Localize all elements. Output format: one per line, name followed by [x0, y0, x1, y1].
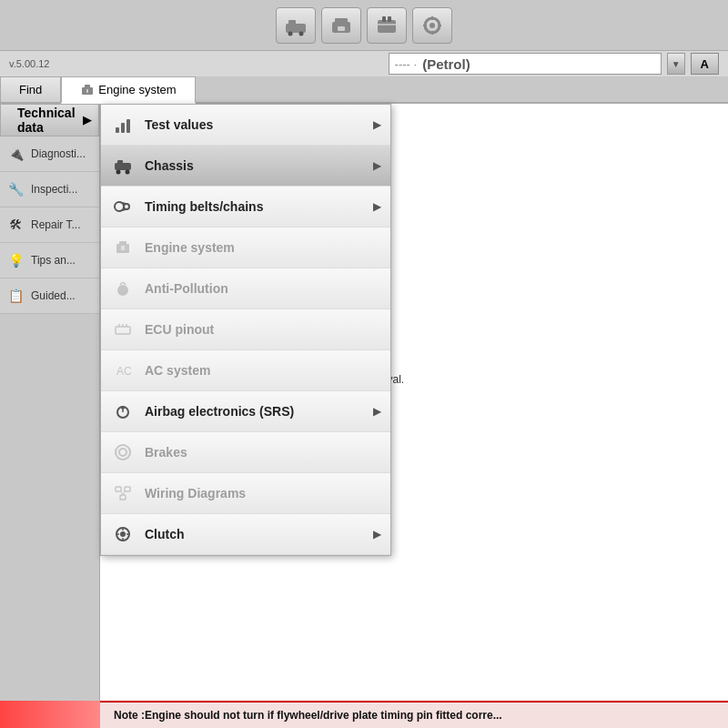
clutch-icon [110, 521, 136, 547]
timing-belts-icon [110, 194, 136, 219]
anti-pollution-label: Anti-Pollution [145, 281, 381, 296]
repair-label: Repair T... [31, 218, 80, 231]
diagnostics-icon: 🔌 [5, 144, 25, 164]
sidebar-item-repair[interactable]: 🛠 Repair T... [0, 207, 99, 243]
tips-icon: 💡 [5, 250, 25, 270]
svg-point-31 [124, 204, 129, 209]
svg-point-47 [119, 449, 126, 456]
bottom-bar: Note :Engine should not turn if flywheel… [0, 701, 728, 728]
chassis-icon [110, 153, 136, 178]
guided-label: Guided... [31, 289, 76, 302]
technical-data-label: Technical data [17, 106, 76, 135]
inspection-icon: 🔧 [5, 179, 25, 199]
test-values-label: Test values [145, 117, 373, 132]
ac-system-icon: AC [110, 358, 136, 383]
svg-point-3 [299, 31, 304, 35]
tab-bar: Find Engine system [0, 76, 728, 104]
wiring-diagrams-label: Wiring Diagrams [145, 486, 381, 500]
technical-data-header[interactable]: Technical data ▶ [0, 104, 99, 136]
dropdown-menu: Test values ▶ Chassis ▶ [100, 104, 391, 556]
svg-rect-35 [119, 241, 126, 246]
tech-data-arrow: ▶ [83, 114, 91, 126]
find-tab-label: Find [19, 83, 42, 96]
svg-rect-1 [288, 20, 296, 25]
engine-tab-label: Engine system [98, 83, 176, 96]
menu-item-airbag[interactable]: Airbag electronics (SRS) ▶ [101, 391, 390, 432]
svg-rect-9 [382, 16, 386, 22]
svg-rect-36 [121, 246, 125, 250]
inspection-label: Inspecti... [31, 183, 77, 196]
menu-item-engine-system: Engine system [101, 228, 390, 268]
chassis-label: Chassis [145, 158, 373, 173]
svg-point-37 [117, 285, 128, 296]
main-layout: Technical data ▶ 🔌 Diagnosti... 🔧 Inspec… [0, 104, 728, 728]
svg-point-44 [121, 406, 125, 410]
sidebar-item-tips[interactable]: 💡 Tips an... [0, 243, 99, 278]
svg-rect-49 [125, 487, 130, 491]
svg-text:AC: AC [116, 365, 132, 378]
sidebar-item-inspection[interactable]: 🔧 Inspecti... [0, 172, 99, 207]
guided-icon: 📋 [5, 286, 25, 306]
airbag-icon [110, 399, 136, 424]
petrol-selector[interactable]: ---- · (Petrol) [389, 53, 662, 75]
ecu-pinout-icon [110, 317, 136, 342]
ecu-pinout-label: ECU pinout [145, 322, 381, 337]
sidebar-item-diagnostics[interactable]: 🔌 Diagnosti... [0, 136, 99, 172]
timing-belts-arrow: ▶ [373, 200, 381, 213]
menu-item-ac-system: AC AC system [101, 350, 390, 391]
test-values-arrow: ▶ [373, 118, 381, 131]
brakes-label: Brakes [145, 445, 381, 460]
toolbar-btn-1[interactable] [276, 7, 316, 44]
engine-tab[interactable]: Engine system [61, 76, 195, 104]
svg-rect-23 [116, 127, 119, 133]
menu-item-clutch[interactable]: Clutch ▶ [101, 514, 390, 555]
airbag-arrow: ▶ [373, 405, 381, 418]
engine-system-icon [110, 235, 136, 260]
version-bar: v.5.00.12 ---- · (Petrol) ▼ A [0, 51, 728, 76]
svg-rect-25 [126, 119, 130, 133]
toolbar-btn-3[interactable] [367, 7, 407, 44]
clutch-label: Clutch [145, 527, 373, 541]
menu-item-ecu-pinout: ECU pinout [101, 309, 390, 350]
svg-rect-5 [335, 18, 348, 24]
action-button[interactable]: A [691, 53, 719, 75]
test-values-icon [110, 112, 136, 137]
diagnostics-label: Diagnosti... [31, 147, 86, 160]
svg-point-28 [116, 170, 121, 175]
svg-line-33 [119, 209, 126, 211]
timing-belts-label: Timing belts/chains [145, 199, 373, 214]
toolbar-icons [276, 7, 452, 44]
toolbar-btn-4[interactable] [412, 7, 452, 44]
svg-rect-19 [86, 89, 88, 93]
svg-point-12 [430, 23, 435, 28]
engine-icon [80, 83, 95, 97]
svg-rect-26 [115, 163, 131, 170]
svg-rect-10 [388, 16, 391, 22]
svg-rect-7 [378, 20, 396, 33]
svg-point-54 [120, 531, 126, 537]
bottom-note: Note :Engine should not turn if flywheel… [114, 709, 502, 722]
svg-point-2 [288, 31, 293, 35]
menu-item-chassis[interactable]: Chassis ▶ [101, 146, 390, 187]
find-tab[interactable]: Find [0, 76, 61, 102]
bottom-bar-red [0, 701, 100, 728]
menu-item-timing-belts[interactable]: Timing belts/chains ▶ [101, 187, 390, 228]
clutch-arrow: ▶ [373, 528, 381, 541]
brakes-icon [110, 440, 136, 465]
svg-line-32 [119, 202, 126, 204]
svg-point-46 [116, 445, 130, 460]
svg-rect-6 [338, 26, 345, 31]
menu-item-test-values[interactable]: Test values ▶ [101, 105, 390, 146]
engine-system-label: Engine system [145, 240, 381, 255]
menu-item-anti-pollution: Anti-Pollution [101, 268, 390, 309]
svg-rect-18 [85, 85, 90, 89]
svg-rect-24 [121, 123, 125, 133]
airbag-label: Airbag electronics (SRS) [145, 404, 373, 419]
anti-pollution-icon [110, 276, 136, 301]
left-sidebar: Technical data ▶ 🔌 Diagnosti... 🔧 Inspec… [0, 104, 100, 728]
sidebar-item-guided[interactable]: 📋 Guided... [0, 278, 99, 314]
menu-item-wiring-diagrams: Wiring Diagrams [101, 473, 390, 514]
selector-arrow[interactable]: ▼ [667, 53, 685, 75]
wiring-diagrams-icon [110, 480, 136, 506]
toolbar-btn-2[interactable] [321, 7, 361, 44]
